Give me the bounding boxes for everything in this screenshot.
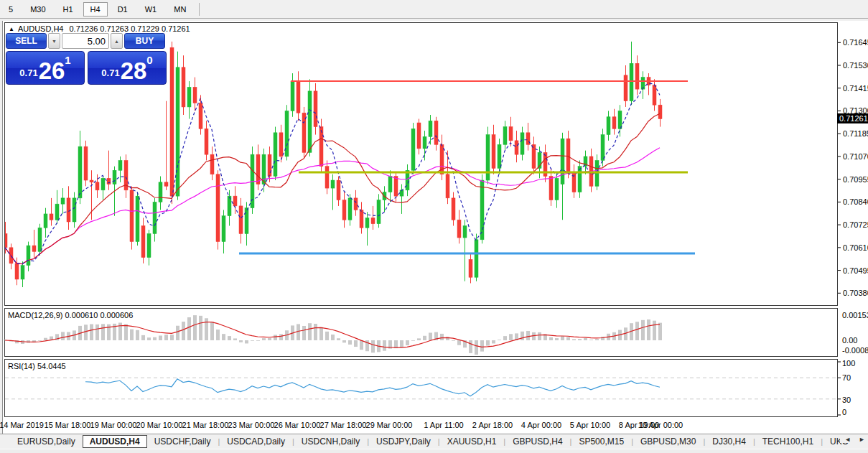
- time-axis-label: 23 Mar 00:00: [228, 421, 275, 429]
- macd-histogram-bar: [176, 326, 179, 340]
- tab-gbpusd-m30[interactable]: GBPUSD,M30: [633, 436, 703, 447]
- macd-histogram-bar: [38, 340, 42, 341]
- buy-price-prefix: 0.71: [101, 67, 119, 78]
- volume-decrease-button[interactable]: ▼: [48, 33, 60, 49]
- macd-histogram-bar: [182, 322, 185, 340]
- timeframe-button-h1[interactable]: H1: [56, 2, 80, 17]
- tab-usdcnh-daily[interactable]: USDCNH,Daily: [294, 436, 367, 447]
- tab-scroll-buttons: ◄ ►: [840, 436, 865, 443]
- chart-title: ▲AUDUSD,H40.71236 0.71263 0.71229 0.7126…: [9, 24, 190, 33]
- timeframe-button-m30[interactable]: M30: [23, 2, 52, 17]
- rsi-axis-0: 0: [842, 408, 846, 416]
- macd-histogram-bar: [371, 340, 375, 352]
- macd-histogram-bar: [233, 338, 237, 340]
- timeframe-button-d1[interactable]: D1: [111, 2, 135, 17]
- buy-price-main: 28: [121, 60, 147, 82]
- status-strip: [0, 449, 868, 453]
- macd-histogram-bar: [486, 340, 490, 346]
- time-axis-label: 21 Mar 18:00: [182, 421, 229, 429]
- macd-histogram-bar: [216, 330, 220, 340]
- macd-histogram-bar: [61, 332, 65, 340]
- macd-histogram-bar: [170, 335, 174, 340]
- macd-histogram-bar: [90, 324, 93, 340]
- macd-histogram-bar: [457, 340, 461, 345]
- price-axis-label: 0.71070: [843, 152, 868, 161]
- tab-usdjpy-daily[interactable]: USDJPY,Daily: [369, 436, 438, 447]
- rsi-indicator-label: RSI(14) 54.0445: [8, 362, 66, 370]
- time-axis-label: 10 Apr 00:00: [638, 421, 683, 429]
- macd-histogram-bar: [480, 340, 484, 352]
- macd-histogram-bar: [136, 330, 139, 340]
- tab-scroll-left-icon[interactable]: ◄: [844, 436, 851, 443]
- trading-terminal: { "toolbar": { "timeframes": ["5","M30",…: [0, 0, 868, 453]
- macd-histogram-bar: [193, 315, 197, 340]
- macd-histogram-bar: [406, 340, 409, 345]
- time-axis-label: 2 Apr 18:00: [472, 421, 513, 429]
- macd-histogram-bar: [262, 338, 266, 340]
- macd-histogram-bar: [429, 332, 432, 340]
- price-axis-label: 0.70725: [843, 220, 868, 229]
- tab-eurusd-daily[interactable]: EURUSD,Daily: [10, 436, 83, 447]
- current-price-value: 0.71261: [839, 114, 868, 123]
- timeframe-button-h4[interactable]: H4: [83, 2, 108, 17]
- timeframe-button-5[interactable]: 5: [1, 2, 20, 17]
- volume-input[interactable]: [62, 33, 109, 49]
- macd-histogram-bar: [210, 322, 214, 340]
- price-axis-label: 0.71415: [843, 84, 868, 93]
- macd-histogram-bar: [440, 334, 444, 340]
- symbol-tab-bar: EURUSD,DailyAUDUSD,H4USDCHF,Daily|USDCAD…: [0, 434, 868, 449]
- tab-audusd-h4[interactable]: AUDUSD,H4: [83, 435, 147, 448]
- macd-histogram-bar: [314, 324, 317, 340]
- price-axis-label: 0.70610: [843, 243, 868, 252]
- macd-histogram-bar: [417, 338, 421, 340]
- macd-histogram-bar: [256, 340, 260, 341]
- macd-histogram-bar: [354, 340, 358, 347]
- tab-xauusd-h1[interactable]: XAUUSD,H1: [440, 436, 504, 447]
- volume-increase-button[interactable]: ▲: [111, 33, 123, 49]
- macd-histogram-bar: [245, 340, 248, 343]
- tab-scroll-right-icon[interactable]: ►: [859, 436, 865, 443]
- macd-histogram-bar: [400, 340, 403, 347]
- macd-histogram-bar: [251, 340, 254, 341]
- one-click-panel-arrow-icon[interactable]: ▲: [9, 26, 14, 32]
- macd-histogram-bar: [423, 336, 426, 340]
- macd-histogram-bar: [164, 335, 168, 340]
- macd-histogram-bar: [383, 340, 386, 351]
- tab-sp500-m15[interactable]: SP500,M15: [571, 436, 631, 447]
- buy-price-button[interactable]: 0.71 28 0: [88, 51, 167, 85]
- macd-histogram-bar: [572, 339, 576, 340]
- timeframe-button-mn[interactable]: MN: [167, 2, 193, 17]
- macd-histogram-bar: [348, 340, 352, 345]
- macd-histogram-bar: [205, 318, 208, 340]
- macd-histogram-bar: [239, 340, 243, 342]
- price-axis-label: 0.70380: [843, 289, 868, 297]
- macd-histogram-bar: [475, 340, 478, 355]
- macd-histogram-bar: [561, 336, 564, 340]
- macd-histogram-bar: [509, 334, 513, 340]
- ohlc-values: 0.71236 0.71263 0.71229 0.71261: [70, 24, 190, 33]
- buy-button[interactable]: BUY: [124, 33, 165, 49]
- macd-histogram-bar: [526, 331, 530, 340]
- time-axis-label: 14 Mar 2019: [0, 421, 44, 429]
- macd-indicator-label: MACD(12,26,9) 0.000610 0.000606: [8, 311, 133, 319]
- sell-price-button[interactable]: 0.71 26 1: [6, 51, 85, 85]
- macd-histogram-bar: [337, 338, 340, 340]
- price-axis-label: 0.70840: [843, 197, 868, 206]
- tab-dj30-h4[interactable]: DJ30,H4: [705, 436, 753, 447]
- macd-histogram-bar: [647, 319, 650, 340]
- tab-tech100-h1[interactable]: TECH100,H1: [755, 436, 821, 447]
- macd-histogram-bar: [492, 340, 495, 343]
- timeframe-button-w1[interactable]: W1: [138, 2, 164, 17]
- macd-histogram-bar: [199, 316, 202, 340]
- sell-price-prefix: 0.71: [19, 67, 37, 78]
- tab-usdchf-daily[interactable]: USDCHF,Daily: [147, 436, 218, 447]
- macd-histogram-bar: [635, 322, 639, 340]
- tab-gbpusd-h4[interactable]: GBPUSD,H4: [505, 436, 569, 447]
- sell-button[interactable]: SELL: [6, 33, 47, 49]
- one-click-trading-panel: SELL ▼ ▲ BUY 0.71 26 1 0.71 28 0: [6, 33, 167, 85]
- time-axis-label: 1 Apr 11:00: [424, 421, 463, 429]
- sell-price-pip: 1: [65, 54, 70, 66]
- macd-histogram-bar: [325, 332, 329, 340]
- tab-usdcad-daily[interactable]: USDCAD,Daily: [220, 436, 292, 447]
- price-axis-label: 0.70495: [843, 266, 868, 275]
